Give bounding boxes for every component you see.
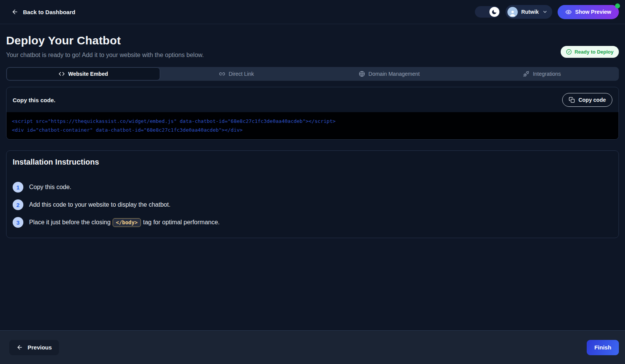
previous-button[interactable]: Previous	[9, 340, 59, 355]
instruction-step-3: 3 Place it just before the closing</body…	[13, 217, 612, 228]
embed-code-card: Copy this code. Copy code <script src="h…	[6, 87, 619, 140]
copy-code-label: Copy code	[578, 97, 606, 103]
deploy-tabs: Website Embed Direct Link Domain Managem…	[6, 67, 619, 81]
code-line: <div id="chatbot-container" data-chatbot…	[12, 126, 613, 134]
wizard-footer: Previous Finish	[0, 330, 625, 364]
avatar	[507, 7, 518, 17]
code-icon	[59, 71, 65, 77]
code-line: <script src="https://thequickassist.co/w…	[12, 117, 613, 126]
page-header: Deploy Your Chatbot Your chatbot is read…	[6, 34, 619, 59]
step-number: 3	[13, 217, 23, 228]
show-preview-label: Show Preview	[575, 9, 611, 15]
copy-code-button[interactable]: Copy code	[562, 93, 612, 107]
embed-code-block[interactable]: <script src="https://thequickassist.co/w…	[7, 112, 618, 139]
theme-toggle-knob	[489, 7, 499, 17]
moon-icon	[491, 9, 497, 15]
tab-label: Direct Link	[229, 71, 254, 77]
link-icon	[219, 71, 225, 77]
user-menu[interactable]: Rutwik	[506, 5, 552, 19]
code-tag-chip: </body>	[113, 218, 141, 227]
theme-toggle[interactable]	[475, 6, 500, 18]
arrow-left-icon	[11, 8, 18, 15]
finish-button[interactable]: Finish	[587, 340, 619, 355]
previous-label: Previous	[28, 344, 52, 351]
top-bar-actions: Rutwik Show Preview	[475, 5, 619, 19]
arrow-left-icon	[16, 344, 23, 351]
page-subtitle: Your chatbot is ready to go! Add it to y…	[6, 52, 204, 59]
instructions-title: Installation Instructions	[13, 158, 612, 166]
embed-code-header: Copy this code. Copy code	[7, 87, 618, 112]
installation-instructions-card: Installation Instructions 1 Copy this co…	[6, 150, 619, 238]
page-title-block: Deploy Your Chatbot Your chatbot is read…	[6, 34, 204, 59]
main-content: Deploy Your Chatbot Your chatbot is read…	[0, 24, 625, 330]
globe-icon	[359, 71, 365, 77]
tab-label: Domain Management	[368, 71, 420, 77]
status-dot	[615, 3, 620, 8]
step-text: Add this code to your website to display…	[29, 201, 170, 208]
tab-domain-management[interactable]: Domain Management	[313, 67, 466, 80]
step-number: 1	[13, 182, 23, 193]
user-name: Rutwik	[521, 9, 539, 15]
eye-icon	[565, 9, 572, 15]
ready-to-deploy-badge: Ready to Deploy	[561, 46, 619, 58]
show-preview-button[interactable]: Show Preview	[558, 5, 619, 19]
instruction-steps: 1 Copy this code. 2 Add this code to you…	[13, 182, 612, 228]
page-title: Deploy Your Chatbot	[6, 34, 204, 47]
step-text: Copy this code.	[29, 184, 71, 191]
tab-label: Website Embed	[68, 71, 108, 77]
step-number: 2	[13, 199, 23, 210]
tab-integrations[interactable]: Integrations	[466, 67, 618, 80]
instruction-step-1: 1 Copy this code.	[13, 182, 612, 193]
instruction-step-2: 2 Add this code to your website to displ…	[13, 199, 612, 210]
plug-icon	[523, 71, 529, 77]
embed-code-title: Copy this code.	[13, 97, 56, 103]
tab-direct-link[interactable]: Direct Link	[160, 67, 313, 80]
back-to-dashboard-button[interactable]: Back to Dashboard	[11, 8, 75, 15]
tab-label: Integrations	[533, 71, 561, 77]
copy-icon	[569, 97, 575, 103]
step-text: Place it just before the closing</body>t…	[29, 218, 220, 227]
back-label: Back to Dashboard	[23, 9, 75, 15]
tab-website-embed[interactable]: Website Embed	[7, 67, 160, 80]
ready-badge-label: Ready to Deploy	[574, 49, 614, 55]
chevron-down-icon	[542, 9, 548, 15]
top-bar: Back to Dashboard Rutwik Show Preview	[0, 0, 625, 24]
check-circle-icon	[566, 49, 572, 55]
